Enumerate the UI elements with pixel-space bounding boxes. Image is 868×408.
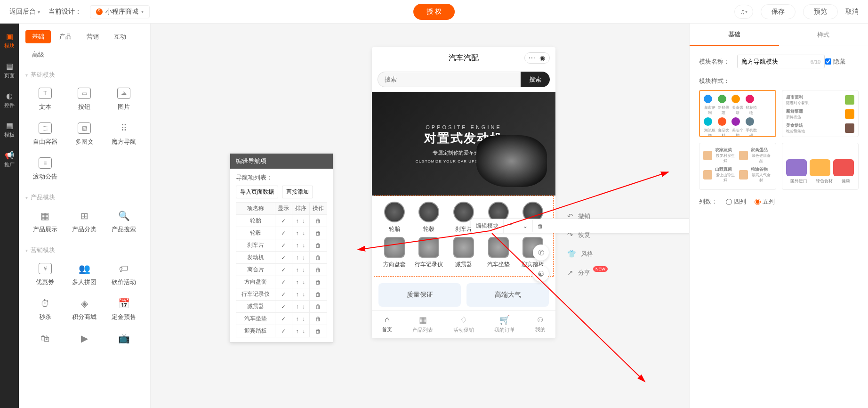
banner[interactable]: OPPOSITE ENGINE 对置式发动机 专属定制你的爱车升级服务 CUST… — [372, 92, 555, 196]
comp-prod-cat[interactable]: ⊞产品分类 — [65, 207, 104, 237]
target-icon[interactable]: ◉ — [537, 54, 547, 62]
card-quality[interactable]: 质量保证 — [378, 283, 461, 307]
comp-extra1[interactable]: 🛍 — [25, 330, 65, 351]
delete-row-icon[interactable]: 🗑 — [310, 239, 327, 252]
comp-image[interactable]: ⛰图片 — [104, 85, 144, 114]
tab-mine[interactable]: ☺我的 — [535, 315, 546, 334]
tab-product[interactable]: 产品 — [53, 30, 78, 43]
hide-checkbox[interactable]: 隐藏 — [825, 57, 859, 66]
radio-4col[interactable]: 四列 — [726, 197, 746, 206]
import-data-button[interactable]: 导入页面数据 — [236, 186, 278, 198]
delete-row-icon[interactable]: 🗑 — [310, 288, 327, 301]
tab-home[interactable]: ⌂首页 — [382, 315, 392, 334]
comp-prod-show[interactable]: ▦产品展示 — [25, 207, 65, 237]
headset-icon[interactable]: ♫ ▾ — [734, 5, 753, 19]
check-icon[interactable]: ✓ — [275, 239, 292, 252]
check-icon[interactable]: ✓ — [275, 313, 292, 325]
tab-marketing[interactable]: 营销 — [80, 30, 105, 43]
comp-magicnav[interactable]: ⠿魔方导航 — [104, 120, 144, 149]
sort-arrows[interactable]: ↑ ↓ — [292, 252, 310, 264]
group-basic-title[interactable]: 基础模块 — [25, 71, 144, 79]
move-down-icon[interactable]: ⌄ — [518, 220, 533, 232]
sort-arrows[interactable]: ↑ ↓ — [292, 301, 310, 313]
delete-row-icon[interactable]: 🗑 — [310, 301, 327, 313]
tab-promo[interactable]: ♢活动促销 — [453, 315, 474, 334]
tab-products[interactable]: ▦产品列表 — [412, 315, 433, 334]
check-icon[interactable]: ✓ — [275, 325, 292, 337]
comp-multiimg[interactable]: ▧多图文 — [65, 120, 104, 149]
sort-arrows[interactable]: ↑ ↓ — [292, 313, 310, 325]
design-selector[interactable]: 小程序商城 ▾ — [90, 5, 150, 18]
sort-arrows[interactable]: ↑ ↓ — [292, 264, 310, 276]
magic-nav-module[interactable]: 轮胎轮毂刹车片发动机离合片 方向盘套行车记录仪减震器汽车坐垫迎宾踏板 — [374, 196, 554, 277]
group-marketing-title[interactable]: 营销模块 — [25, 246, 144, 254]
nav-grid-item[interactable]: 方向盘套 — [379, 237, 410, 269]
redo-button[interactable]: ↷恢复 — [567, 231, 610, 239]
tab-orders[interactable]: 🛒我的订单 — [494, 315, 515, 334]
style-button[interactable]: 👕风格 — [567, 250, 610, 258]
delete-row-icon[interactable]: 🗑 — [310, 215, 327, 227]
edit-module-button[interactable]: 编辑模块 — [471, 219, 504, 233]
delete-row-icon[interactable]: 🗑 — [310, 227, 327, 239]
prop-tab-basic[interactable]: 基础 — [690, 24, 779, 46]
comp-extra2[interactable]: ▶ — [65, 330, 104, 351]
move-up-icon[interactable]: ⌃ — [504, 220, 518, 232]
nav-grid-item[interactable]: 汽车坐垫 — [483, 237, 514, 269]
save-button[interactable]: 保存 — [761, 4, 796, 19]
comp-button[interactable]: ▭按钮 — [65, 85, 104, 114]
style-option-4[interactable]: 国外进口绿色食材健康 — [782, 143, 859, 190]
group-product-title[interactable]: 产品模块 — [25, 193, 144, 202]
search-button[interactable]: 搜索 — [521, 72, 550, 87]
style-option-1[interactable]: 超市便利新鲜果蔬美食烘焙鲜花植物 潮流服饰食品饮料美妆个护手机数码 — [699, 90, 776, 137]
comp-extra3[interactable]: 📺 — [104, 330, 144, 351]
back-link[interactable]: 返回后台 ▾ — [9, 8, 40, 16]
sort-arrows[interactable]: ↑ ↓ — [292, 239, 310, 252]
delete-row-icon[interactable]: 🗑 — [310, 276, 327, 288]
nav-grid-item[interactable]: 轮毂 — [414, 202, 444, 233]
check-icon[interactable]: ✓ — [275, 252, 292, 264]
comp-marquee[interactable]: ≡滚动公告 — [25, 155, 65, 184]
sort-arrows[interactable]: ↑ ↓ — [292, 288, 310, 301]
nav-template[interactable]: ▦模板 — [4, 121, 15, 139]
style-option-3[interactable]: 农家蔬菜搜罗村乡生鲜 家禽蛋品绿色健康食品 山野真菌爱上山珍生鲜 粮油谷物最高人… — [699, 143, 776, 190]
comp-coupon[interactable]: ￥优惠券 — [25, 260, 65, 289]
check-icon[interactable]: ✓ — [275, 227, 292, 239]
nav-page[interactable]: ▤页面 — [4, 62, 15, 79]
share-button[interactable]: ↗分享NEW — [567, 269, 610, 277]
nav-control[interactable]: ◐控件 — [4, 91, 15, 109]
undo-button[interactable]: ↶撤销 — [567, 212, 610, 220]
delete-row-icon[interactable]: 🗑 — [310, 325, 327, 337]
card-highend[interactable]: 高端大气 — [466, 283, 549, 307]
comp-seckill[interactable]: ⏱秒杀 — [25, 295, 65, 324]
check-icon[interactable]: ✓ — [275, 288, 292, 301]
comp-container[interactable]: ⬚自由容器 — [25, 120, 65, 149]
delete-icon[interactable]: 🗑 — [533, 220, 548, 232]
delete-row-icon[interactable]: 🗑 — [310, 264, 327, 276]
nav-grid-item[interactable]: 行车记录仪 — [414, 237, 444, 269]
comp-bargain[interactable]: 🏷砍价活动 — [104, 260, 144, 289]
more-icon[interactable]: ⋯ — [527, 54, 537, 62]
check-icon[interactable]: ✓ — [275, 301, 292, 313]
nav-grid-item[interactable]: 减震器 — [449, 237, 479, 269]
preview-button[interactable]: 预览 — [803, 4, 838, 19]
add-direct-button[interactable]: 直接添加 — [282, 186, 313, 198]
delete-row-icon[interactable]: 🗑 — [310, 313, 327, 325]
radio-5col[interactable]: 五列 — [755, 197, 775, 206]
delete-row-icon[interactable]: 🗑 — [310, 252, 327, 264]
check-icon[interactable]: ✓ — [275, 276, 292, 288]
comp-group[interactable]: 👥多人拼团 — [65, 260, 104, 289]
comp-deposit[interactable]: 📅定金预售 — [104, 295, 144, 324]
check-icon[interactable]: ✓ — [275, 264, 292, 276]
search-input[interactable] — [378, 72, 521, 87]
fab-phone[interactable]: ✆ — [533, 245, 549, 261]
cancel-button[interactable]: 取消 — [845, 8, 859, 16]
fab-wechat[interactable]: ☯ — [533, 266, 549, 282]
comp-points[interactable]: ◈积分商城 — [65, 295, 104, 324]
nav-module[interactable]: ▣模块 — [4, 32, 15, 49]
prop-tab-style[interactable]: 样式 — [779, 24, 868, 46]
style-option-2[interactable]: 超市便利随逛时令餐果 新鲜菜蔬新鲜直达 美食烘焙吃货聚集地 — [782, 90, 859, 137]
sort-arrows[interactable]: ↑ ↓ — [292, 227, 310, 239]
tab-interact[interactable]: 互动 — [107, 30, 133, 43]
sort-arrows[interactable]: ↑ ↓ — [292, 276, 310, 288]
capsule[interactable]: ⋯◉ — [524, 52, 550, 64]
